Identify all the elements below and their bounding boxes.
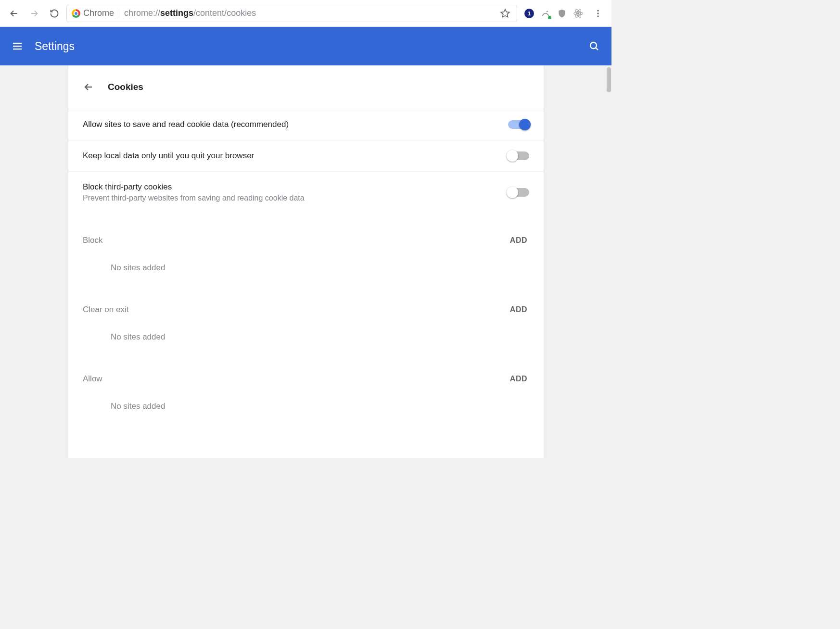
nav-forward-button <box>26 5 42 22</box>
add-button-allow[interactable]: ADD <box>508 371 529 387</box>
svg-point-6 <box>597 15 598 17</box>
section-clear-on-exit: Clear on exit ADD No sites added <box>68 289 544 358</box>
address-bar[interactable]: Chrome chrome://settings/content/cookies <box>66 5 517 22</box>
toggle-label: Allow sites to save and read cookie data… <box>83 120 498 129</box>
svg-point-0 <box>577 13 579 14</box>
extension-badge-icon[interactable]: 1 <box>524 8 535 19</box>
menu-hamburger-icon[interactable] <box>12 40 23 52</box>
section-title: Allow <box>83 374 102 384</box>
empty-text: No sites added <box>83 332 529 358</box>
svg-point-7 <box>590 42 597 49</box>
page-title: Cookies <box>108 82 143 92</box>
content-area: Cookies Allow sites to save and read coo… <box>0 65 611 458</box>
toggle-row-keep-local: Keep local data only until you quit your… <box>68 140 544 172</box>
toggle-block-thirdparty[interactable] <box>508 188 529 197</box>
search-icon[interactable] <box>588 40 600 52</box>
section-block: Block ADD No sites added <box>68 220 544 289</box>
section-title: Block <box>83 236 103 245</box>
extension-shield-icon[interactable] <box>557 8 567 19</box>
scrollbar-thumb[interactable] <box>607 67 611 92</box>
url-text: chrome://settings/content/cookies <box>124 8 494 18</box>
add-button-clear[interactable]: ADD <box>508 302 529 318</box>
settings-title: Settings <box>35 40 577 53</box>
svg-point-4 <box>597 10 598 11</box>
site-identity: Chrome <box>72 8 119 18</box>
chrome-logo-icon <box>72 9 80 18</box>
card-header: Cookies <box>68 65 544 109</box>
toggle-desc: Prevent third-party websites from saving… <box>83 194 498 202</box>
settings-header: Settings <box>0 27 611 65</box>
extension-icons: 1 <box>521 8 586 19</box>
add-button-block[interactable]: ADD <box>508 232 529 249</box>
svg-point-5 <box>597 13 598 14</box>
section-title: Clear on exit <box>83 305 128 314</box>
settings-card: Cookies Allow sites to save and read coo… <box>68 65 544 458</box>
toggle-row-block-thirdparty: Block third-party cookies Prevent third-… <box>68 172 544 213</box>
empty-text: No sites added <box>83 402 529 428</box>
browser-menu-button[interactable] <box>590 6 606 21</box>
toggle-row-allow-cookies: Allow sites to save and read cookie data… <box>68 109 544 140</box>
empty-text: No sites added <box>83 263 529 289</box>
toggle-allow-cookies[interactable] <box>508 120 529 129</box>
extension-running-icon[interactable] <box>540 8 551 19</box>
nav-back-button[interactable] <box>6 5 22 22</box>
section-allow: Allow ADD No sites added <box>68 358 544 428</box>
bookmark-star-icon[interactable] <box>498 7 512 20</box>
back-arrow-icon[interactable] <box>83 81 94 93</box>
toggle-label: Keep local data only until you quit your… <box>83 151 498 161</box>
browser-toolbar: Chrome chrome://settings/content/cookies… <box>0 0 611 27</box>
site-identity-label: Chrome <box>83 8 114 18</box>
nav-reload-button[interactable] <box>46 5 63 22</box>
extension-react-icon[interactable] <box>573 8 584 19</box>
toggle-keep-local[interactable] <box>508 151 529 160</box>
toggle-label: Block third-party cookies <box>83 182 498 192</box>
